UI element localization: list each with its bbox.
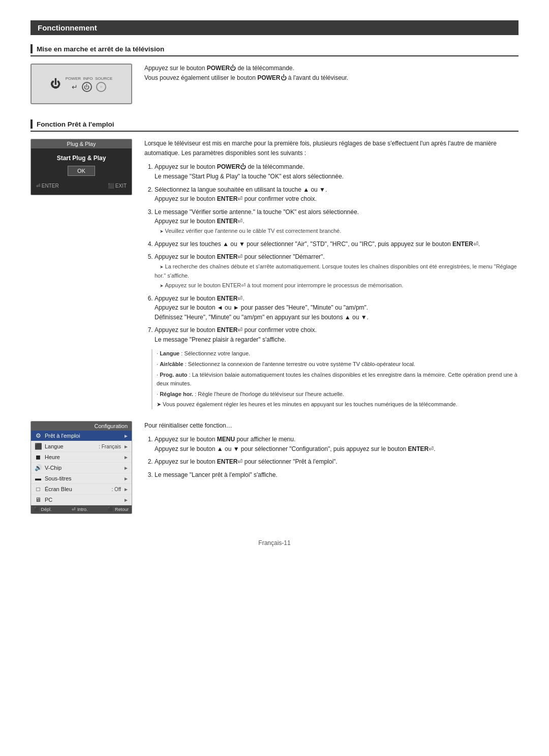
config-icon-soustitres: ▬ [34,475,42,482]
exit-label: ⬛ EXIT [108,183,127,189]
reset-section: Configuration ⚙ Prêt à l'emploi ► ⬛ Lang… [30,421,518,514]
config-label-soustitres: Sous-titres [45,475,121,481]
notes-block: · Langue : Sélectionnez votre langue. · … [151,349,518,409]
config-icon-heure: ◼ [34,453,42,461]
step5-bold: ENTER [217,253,238,260]
config-value-ecranbleu: : Off [111,487,121,492]
step-1: Appuyez sur le bouton POWER⏻ de la téléc… [155,162,518,181]
step-6: Appuyez sur le bouton ENTER⏎. Appuyez su… [155,294,518,322]
config-icon-pret: ⚙ [34,432,42,439]
step6-bold: ENTER [217,295,238,302]
step-5: Appuyez sur le bouton ENTER⏎ pour sélect… [155,252,518,290]
config-label-ecranbleu: Écran Bleu [45,486,109,492]
config-value-langue: : Français [99,444,121,449]
step7-bold: ENTER [217,326,238,334]
note4: · Réglage hor. : Règle l'heure de l'horl… [157,390,518,399]
config-arrow-heure: ► [124,455,129,460]
footer-retour: ⬛ Retour [108,507,129,512]
reset-step1-bold: MENU [217,436,235,443]
config-label-heure: Heure [45,454,121,460]
main-section: Fonctionnement Mise en marche et arrêt d… [30,20,518,514]
config-label-pret: Prêt à l'emploi [45,433,121,439]
circle-icon: ○ [96,82,106,92]
config-item-soustitres: ▬ Sous-titres ► [31,473,132,484]
section2-instructions: Lorsque le téléviseur est mis en marche … [144,139,518,411]
subsection2-header: Fonction Prêt à l'emploi [30,119,518,132]
config-arrow-ecranbleu: ► [124,487,129,492]
enter-label: ⏎ ENTER [36,183,59,189]
config-item-pc: 🖥 PC ► [31,495,132,505]
config-arrow-soustitres: ► [124,476,129,481]
plug-play-box: Plug & Play Start Plug & Play OK ⏎ ENTER… [30,139,132,195]
config-item-vchip: 🔊 V-Chip ► [31,463,132,473]
config-icon-langue: ⬛ [34,443,42,450]
config-label-vchip: V-Chip [45,465,121,471]
section1-line2: Vous pouvez également utiliser le bouton… [144,73,518,83]
step2-bold: ENTER [217,195,238,202]
reset-step2-bold: ENTER [217,458,238,465]
subsection1-header: Mise en marche et arrêt de la télévision [30,44,518,56]
config-item-pret: ⚙ Prêt à l'emploi ► [31,431,132,441]
plug-play-footer: ⏎ ENTER ⬛ EXIT [36,183,127,189]
step-4: Appuyez sur les touches ▲ ou ▼ pour séle… [155,239,518,249]
power-bold2: POWER [257,74,280,81]
power-sym1: ⏻ [230,65,236,72]
reset-step-2: Appuyez sur le bouton ENTER⏎ pour sélect… [155,457,518,467]
step4-bold: ENTER [452,240,473,248]
reset-steps-list: Appuyez sur le bouton MENU pour afficher… [144,435,518,479]
power-bold1: POWER [207,65,230,72]
reset-intro: Pour réinitialiser cette fonction… [144,421,518,431]
step3-note: Veuillez vérifier que l'antenne ou le câ… [160,228,341,234]
page-number: Français-11 [30,539,518,547]
tv-image-panel: ⏻ POWER INFO SOURCE ↵ ⏻ ○ [30,64,132,104]
reset-instructions: Pour réinitialiser cette fonction… Appuy… [144,421,518,483]
step-7: Appuyez sur le bouton ENTER⏎ pour confir… [155,325,518,344]
footer-intro: ⏎ Intro. [72,507,87,512]
step-2: Sélectionnez la langue souhaitée en util… [155,185,518,204]
config-menu-panel: Configuration ⚙ Prêt à l'emploi ► ⬛ Lang… [30,421,132,514]
reset-step-1: Appuyez sur le bouton MENU pour afficher… [155,435,518,453]
config-box: Configuration ⚙ Prêt à l'emploi ► ⬛ Lang… [30,421,132,514]
config-item-heure: ◼ Heure ► [31,452,132,463]
section-title: Fonctionnement [30,20,518,35]
plug-play-panel: Plug & Play Start Plug & Play OK ⏎ ENTER… [30,139,132,195]
config-arrow-vchip: ► [124,465,129,471]
plug-play-title: Plug & Play [31,139,132,148]
plug-play-ok-btn: OK [68,166,95,176]
step3-bold: ENTER [217,218,238,225]
note2: · Air/câble : Sélectionnez la connexion … [157,360,518,369]
config-arrow-pc: ► [124,497,129,503]
config-arrow-pret: ► [124,433,129,439]
config-icon-pc: 🖥 [34,496,42,503]
step5-note1: La recherche des chaînes débute et s'arr… [155,263,517,279]
config-item-langue: ⬛ Langue : Français ► [31,441,132,452]
power-circle-icon: ⏻ [82,82,92,92]
config-title: Configuration [31,421,132,431]
step5-note2: Appuyez sur le bouton ENTER⏎ à tout mome… [160,282,403,288]
note5: ➤ Vous pouvez également régler les heure… [157,400,518,409]
tv-image: ⏻ POWER INFO SOURCE ↵ ⏻ ○ [30,64,132,104]
step-3: Le message "Vérifier sortie antenne." la… [155,207,518,236]
config-icon-vchip: 🔊 [34,464,42,471]
plug-play-start-label: Start Plug & Play [36,155,127,162]
config-icon-ecranbleu: □ [34,486,42,493]
back-arrow-icon: ↵ [72,83,78,91]
section1-line1: Appuyez sur le bouton POWER⏻ de la téléc… [144,64,518,73]
section2-intro: Lorsque le téléviseur est mis en marche … [144,139,518,158]
steps-list: Appuyez sur le bouton POWER⏻ de la téléc… [144,162,518,344]
power-button-icon: ⏻ [50,78,60,90]
config-label-pc: PC [45,497,121,503]
plug-play-content: Start Plug & Play OK ⏎ ENTER ⬛ EXIT [31,148,132,195]
config-arrow-langue: ► [124,444,129,449]
config-item-ecranbleu: □ Écran Bleu : Off ► [31,484,132,495]
reset-step-3: Le message "Lancer prêt à l'emploi" s'af… [155,470,518,480]
note3: · Prog. auto : La télévision balaie auto… [157,371,518,388]
section1-text: Appuyez sur le bouton POWER⏻ de la téléc… [144,64,518,83]
footer-depl: ⬛ Dépl. [34,507,52,512]
note1: · Langue : Sélectionnez votre langue. [157,349,518,358]
power-sym2: ⏻ [281,74,287,81]
config-label-langue: Langue [45,443,96,449]
step1-bold: POWER [217,163,240,170]
info-label: POWER INFO SOURCE [66,76,112,81]
config-footer: ⬛ Dépl. ⏎ Intro. ⬛ Retour [31,505,132,513]
